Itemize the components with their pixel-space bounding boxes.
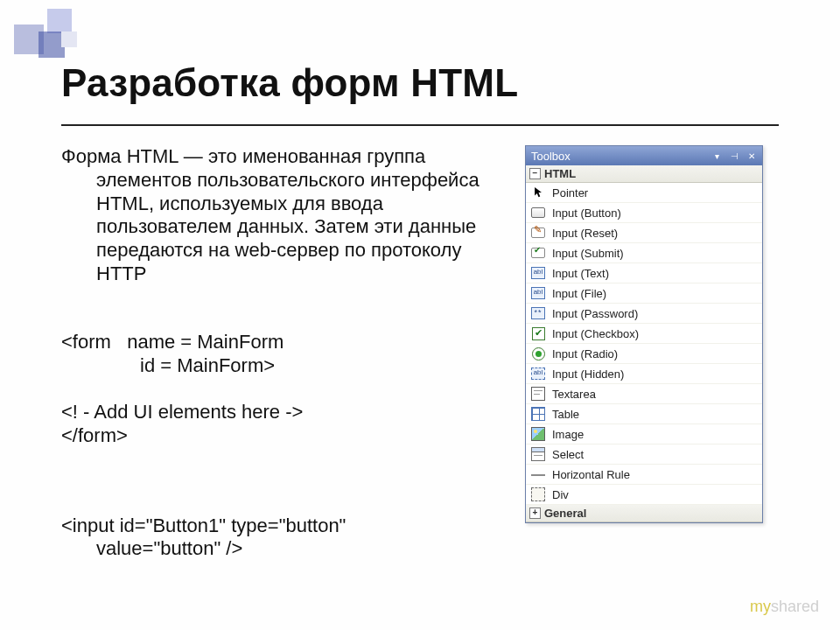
toolbox-item-label: Input (Hidden) <box>552 368 759 381</box>
toolbox-item-label: Input (Text) <box>552 267 759 280</box>
collapse-icon[interactable]: − <box>529 168 541 179</box>
toolbox-item[interactable]: Input (Submit) <box>526 243 762 263</box>
title-underline <box>61 124 779 126</box>
toolbox-titlebar[interactable]: Toolbox ▾ ⊣ ✕ <box>526 146 762 165</box>
toolbox-item[interactable]: Table <box>526 404 762 424</box>
toolbox-item[interactable]: ablInput (Hidden) <box>526 364 762 384</box>
code-line: <input id="Button1" type="button" <box>61 514 346 536</box>
div-icon <box>531 487 545 501</box>
toolbox-item-label: Table <box>552 408 759 421</box>
code-line: </form> <box>61 424 128 446</box>
toolbox-item[interactable]: Div <box>526 485 762 505</box>
pin-icon[interactable]: ⊣ <box>727 150 741 162</box>
toolbox-item-label: Input (Checkbox) <box>552 327 759 340</box>
toolbox-item-label: Select <box>552 448 759 461</box>
toolbox-item-label: Input (Button) <box>552 206 759 220</box>
pointer-icon <box>531 186 545 200</box>
toolbox-item-label: Input (Submit) <box>552 247 759 260</box>
toolbox-item-label: Image <box>552 428 759 441</box>
toolbox-item-label: Textarea <box>552 388 759 401</box>
password-input-icon: ** <box>531 306 545 320</box>
toolbox-item[interactable]: Image <box>526 424 762 444</box>
textarea-icon <box>531 387 545 401</box>
image-icon <box>531 427 545 441</box>
toolbox-item-label: Input (Reset) <box>552 227 759 240</box>
slide-paragraph: Форма HTML — это именованная группа элем… <box>61 145 499 286</box>
file-input-icon: abl <box>531 286 545 300</box>
code-line: <! - Add UI elements here -> <box>61 401 303 423</box>
reset-icon <box>531 226 545 240</box>
toolbox-item[interactable]: Input (Radio) <box>526 344 762 364</box>
expand-icon[interactable]: + <box>529 508 541 519</box>
text-input-icon: abl <box>531 266 545 280</box>
section-label: HTML <box>544 167 576 180</box>
checkbox-icon: ✔ <box>531 326 545 340</box>
hidden-input-icon: abl <box>531 367 545 381</box>
button-icon <box>531 206 545 220</box>
close-icon[interactable]: ✕ <box>745 150 759 162</box>
toolbox-item[interactable]: Horizontal Rule <box>526 465 762 485</box>
code-line: value="button" /> <box>61 537 499 561</box>
toolbox-item[interactable]: ablInput (File) <box>526 284 762 304</box>
slide: Разработка форм HTML Форма HTML — это им… <box>0 0 840 630</box>
code-line: <form name = MainForm <box>61 331 284 353</box>
code-block-form: <form name = MainForm id = MainForm> <! … <box>61 307 499 472</box>
toolbox-item-label: Input (File) <box>552 287 759 300</box>
toolbox-item[interactable]: Input (Reset) <box>526 223 762 243</box>
toolbox-item-label: Input (Radio) <box>552 347 759 360</box>
toolbox-item-list: PointerInput (Button)Input (Reset)Input … <box>526 183 762 505</box>
toolbox-item[interactable]: Textarea <box>526 384 762 404</box>
horizontal-rule-icon <box>531 467 545 481</box>
code-line: id = MainForm> <box>61 354 499 378</box>
toolbox-section-general[interactable]: + General <box>526 505 762 522</box>
toolbox-panel: Toolbox ▾ ⊣ ✕ − HTML PointerInput (Butto… <box>525 145 763 523</box>
toolbox-item[interactable]: Pointer <box>526 183 762 203</box>
select-icon <box>531 447 545 461</box>
dropdown-icon[interactable]: ▾ <box>710 150 724 162</box>
toolbox-section-html[interactable]: − HTML <box>526 165 762 183</box>
toolbox-item-label: Pointer <box>552 186 759 200</box>
code-block-input: <input id="Button1" type="button" value=… <box>61 491 499 608</box>
toolbox-item[interactable]: Input (Button) <box>526 203 762 223</box>
toolbox-item[interactable]: **Input (Password) <box>526 304 762 324</box>
toolbox-item-label: Div <box>552 488 759 501</box>
table-icon <box>531 407 545 421</box>
toolbox-item[interactable]: Select <box>526 444 762 465</box>
toolbox-item-label: Horizontal Rule <box>552 468 759 481</box>
toolbox-item[interactable]: ✔Input (Checkbox) <box>526 324 762 344</box>
toolbox-item-label: Input (Password) <box>552 307 759 320</box>
text-column: Форма HTML — это именованная группа элем… <box>61 145 499 608</box>
section-label: General <box>544 507 586 520</box>
toolbox-title: Toolbox <box>531 150 710 163</box>
radio-icon <box>531 346 545 360</box>
slide-title: Разработка форм HTML <box>61 61 788 105</box>
submit-icon <box>531 246 545 260</box>
watermark-shared: shared <box>771 598 819 615</box>
toolbox-item[interactable]: ablInput (Text) <box>526 263 762 284</box>
